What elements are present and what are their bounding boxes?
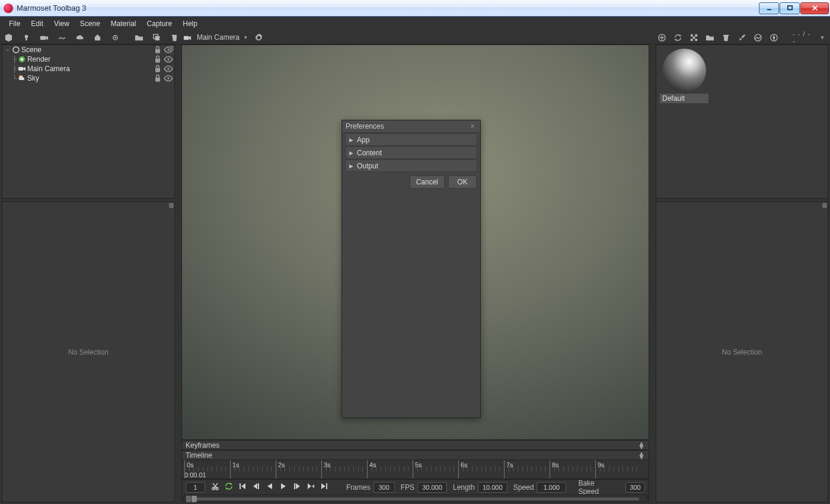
svg-point-15 (21, 58, 23, 60)
loop-icon[interactable] (225, 482, 233, 492)
cube-icon[interactable] (4, 33, 13, 42)
window-close-button[interactable] (800, 2, 829, 14)
frames-input[interactable]: 300 (374, 482, 395, 493)
keyframes-panel-header[interactable]: Keyframes ▲▼ (181, 440, 649, 450)
window-maximize-button[interactable] (780, 2, 800, 14)
menu-view[interactable]: View (49, 17, 75, 31)
menu-capture[interactable]: Capture (142, 17, 178, 31)
scenegraph-root-label[interactable]: Scene (21, 46, 153, 54)
light-icon[interactable] (21, 33, 31, 42)
ruler-subtick (381, 467, 381, 471)
ruler-subtick (558, 467, 559, 471)
gear-icon[interactable] (254, 33, 263, 42)
preferences-section-content[interactable]: ▶Content (345, 146, 477, 159)
ruler-tick: 2s (276, 460, 276, 479)
material-name-label[interactable]: Default (660, 94, 708, 103)
eye-icon[interactable] (164, 64, 173, 74)
lock-icon[interactable] (153, 45, 162, 55)
svg-rect-6 (40, 36, 45, 40)
turntable-icon[interactable] (92, 33, 102, 42)
ruler-subtick (614, 467, 614, 471)
fps-label: FPS (401, 483, 414, 492)
camera-icon[interactable] (39, 33, 49, 42)
length-input[interactable]: 10.000 (478, 482, 507, 493)
lock-icon[interactable] (153, 55, 162, 64)
scrollbar[interactable] (169, 203, 174, 208)
lock-icon[interactable] (153, 74, 162, 83)
cancel-button[interactable]: Cancel (410, 176, 445, 189)
eye-icon[interactable] (164, 74, 173, 83)
menu-file[interactable]: File (4, 17, 25, 31)
menu-scene[interactable]: Scene (75, 17, 106, 31)
svg-rect-33 (691, 34, 693, 36)
compass-icon[interactable] (770, 33, 778, 42)
play-icon[interactable] (279, 482, 288, 492)
step-forward-icon[interactable] (293, 482, 301, 492)
fps-input[interactable]: 30.000 (417, 482, 447, 493)
scenegraph-item-label[interactable]: Sky (27, 74, 153, 82)
menu-material[interactable]: Material (106, 17, 142, 31)
preferences-titlebar[interactable]: Preferences × (342, 120, 480, 133)
preferences-section-output[interactable]: ▶Output (345, 160, 477, 172)
range-handle[interactable] (191, 496, 197, 502)
material-breadcrumb[interactable]: - - / - - (793, 30, 812, 44)
scene-icon (12, 46, 20, 54)
viewport-camera-name[interactable]: Main Camera (197, 33, 240, 42)
scenegraph-item-label[interactable]: Main Camera (27, 65, 153, 73)
folder-icon[interactable] (706, 33, 714, 42)
step-back-icon[interactable] (252, 482, 260, 492)
trash-icon[interactable] (722, 33, 730, 42)
svg-rect-37 (695, 39, 697, 41)
preferences-section-app[interactable]: ▶App (345, 133, 477, 146)
bake-speed-input[interactable]: 300 (625, 482, 645, 493)
material-swatch[interactable]: Default (660, 49, 708, 103)
next-key-icon[interactable] (307, 482, 315, 492)
eye-icon[interactable] (164, 55, 173, 64)
properties-panel-right: No Selection (656, 202, 828, 502)
timeline-panel-header[interactable]: Timeline ▲▼ (181, 450, 649, 460)
ok-button[interactable]: OK (448, 176, 477, 189)
ruler-subtick (221, 467, 222, 471)
speed-input[interactable]: 1.000 (537, 482, 566, 493)
chevron-right-icon: ▶ (349, 163, 353, 169)
shadow-catcher-icon[interactable] (110, 33, 120, 42)
ruler-subtick (545, 467, 545, 471)
folder-icon[interactable] (134, 33, 143, 42)
timeline-range-slider[interactable] (184, 495, 647, 502)
timeline-ruler[interactable]: 0:00.01 0s1s2s3s4s5s6s7s8s9s (182, 460, 649, 479)
ruler-subtick (573, 467, 573, 471)
close-icon[interactable]: × (468, 122, 477, 130)
window-minimize-button[interactable] (759, 2, 779, 14)
skip-start-icon[interactable] (238, 482, 247, 492)
fog-icon[interactable] (57, 33, 66, 42)
timeline-playhead-label: 0:00.01 (184, 471, 206, 479)
collapse-icon[interactable]: − (5, 47, 11, 53)
play-reverse-icon[interactable] (266, 482, 274, 492)
frame-input[interactable]: 1 (186, 482, 205, 493)
cut-icon[interactable] (211, 482, 219, 492)
cloud-icon[interactable] (75, 33, 84, 42)
camera-icon (183, 33, 192, 42)
chevron-down-icon[interactable]: ▾ (244, 34, 247, 40)
brush-icon[interactable] (738, 33, 746, 42)
collapse-toggle-icon[interactable]: ▲▼ (638, 452, 645, 459)
checker-icon[interactable] (689, 33, 698, 42)
ruler-subtick (477, 467, 477, 471)
scrollbar[interactable] (822, 203, 827, 208)
add-icon[interactable] (657, 33, 666, 42)
lock-icon[interactable] (153, 64, 162, 74)
collapse-toggle-icon[interactable]: ▲▼ (638, 442, 645, 449)
range-start-handle[interactable] (186, 496, 191, 502)
skip-end-icon[interactable] (320, 482, 328, 492)
viewport[interactable]: Preferences × ▶App ▶Content ▶Output Canc… (181, 44, 649, 440)
target-icon[interactable] (754, 33, 762, 42)
refresh-icon[interactable] (673, 33, 682, 42)
scenegraph-item-label[interactable]: Render (27, 55, 153, 63)
chevron-down-icon[interactable]: ▾ (819, 33, 826, 42)
duplicate-icon[interactable] (152, 33, 161, 42)
scrollbar[interactable] (169, 46, 174, 51)
scenegraph[interactable]: − Scene ├ Render ├ Main Camera (2, 44, 175, 199)
menu-edit[interactable]: Edit (25, 17, 49, 31)
material-library[interactable]: Default (656, 44, 828, 199)
menu-help[interactable]: Help (177, 17, 203, 31)
